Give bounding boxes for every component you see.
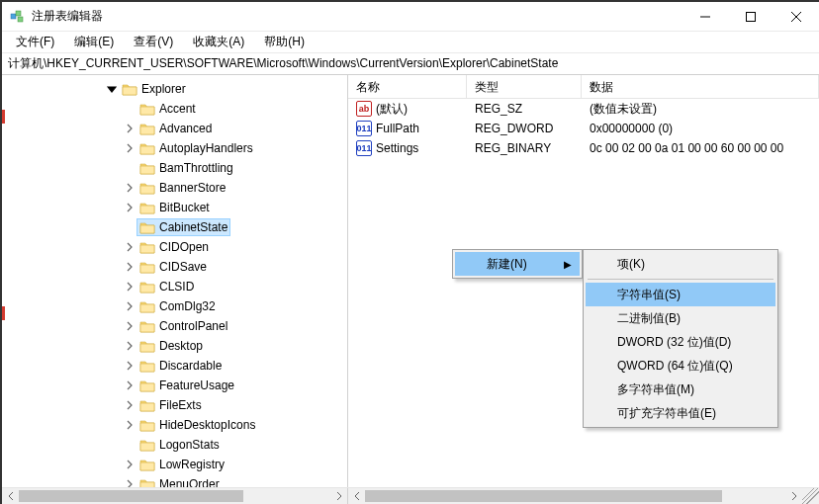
tree-item[interactable]: ComDlg32 (2, 296, 347, 316)
context-menu-item-label: QWORD (64 位)值(Q) (617, 358, 733, 375)
value-row[interactable]: 011FullPathREG_DWORD0x00000000 (0) (348, 119, 819, 138)
scrollbar-track[interactable] (19, 488, 330, 504)
chevron-right-icon[interactable] (123, 398, 136, 412)
chevron-right-icon[interactable] (123, 280, 136, 294)
context-menu-item-label: 可扩充字符串值(E) (617, 405, 716, 422)
chevron-right-icon[interactable] (123, 102, 136, 116)
tree-item[interactable]: LowRegistry (2, 455, 347, 474)
tree-item-label: ComDlg32 (159, 299, 216, 313)
tree-item[interactable]: FileExts (2, 395, 347, 415)
tree-hscrollbar[interactable] (2, 488, 348, 504)
chevron-right-icon[interactable] (123, 260, 136, 274)
column-header-type[interactable]: 类型 (467, 75, 582, 98)
menu-edit[interactable]: 编辑(E) (64, 32, 124, 52)
submenu-arrow-icon: ▶ (564, 259, 572, 270)
tree-item-label: HideDesktopIcons (159, 418, 255, 432)
tree-item[interactable]: HideDesktopIcons (2, 415, 347, 435)
tree-item[interactable]: LogonStats (2, 435, 347, 455)
address-bar[interactable]: 计算机\HKEY_CURRENT_USER\SOFTWARE\Microsoft… (2, 53, 819, 75)
chevron-right-icon[interactable] (123, 458, 136, 471)
chevron-right-icon[interactable] (123, 181, 136, 195)
menu-help[interactable]: 帮助(H) (254, 32, 315, 52)
tree-item-label: BitBucket (159, 201, 210, 214)
titlebar: 注册表编辑器 (2, 2, 819, 32)
scroll-left-button[interactable] (2, 488, 19, 505)
context-menu-item[interactable]: 多字符串值(M) (586, 378, 775, 401)
folder-icon (122, 82, 137, 96)
scrollbar-thumb[interactable] (19, 490, 243, 502)
tree-item[interactable]: BannerStore (2, 178, 347, 198)
tree-item[interactable]: Accent (2, 99, 347, 119)
values-hscrollbar[interactable] (348, 488, 819, 504)
chevron-down-icon[interactable] (105, 82, 119, 96)
menu-view[interactable]: 查看(V) (124, 32, 183, 52)
scroll-left-button[interactable] (348, 488, 365, 505)
minimize-button[interactable] (682, 2, 728, 31)
scrollbar-thumb[interactable] (365, 490, 722, 502)
chevron-right-icon[interactable] (123, 359, 136, 373)
context-menu-item[interactable]: DWORD (32 位)值(D) (586, 330, 775, 354)
tree-item[interactable]: Advanced (2, 119, 347, 138)
menu-favorites[interactable]: 收藏夹(A) (183, 32, 254, 52)
value-data: 0x00000000 (0) (590, 122, 673, 135)
chevron-right-icon[interactable] (123, 161, 136, 175)
tree-item[interactable]: MenuOrder (2, 474, 347, 487)
context-menu-item[interactable]: 字符串值(S) (586, 283, 775, 306)
window-controls (682, 2, 819, 31)
value-type: REG_BINARY (475, 141, 551, 155)
chevron-right-icon[interactable] (123, 240, 136, 254)
folder-icon (139, 438, 155, 452)
main-split: ExplorerAccentAdvancedAutoplayHandlersBa… (2, 75, 819, 487)
menu-separator (588, 279, 774, 280)
tree-item[interactable]: CabinetState (2, 217, 347, 237)
values-list[interactable]: ab(默认)REG_SZ(数值未设置)011FullPathREG_DWORD0… (348, 99, 819, 158)
binary-value-icon: 011 (356, 140, 372, 156)
context-menu-item[interactable]: 可扩充字符串值(E) (586, 401, 775, 425)
chevron-right-icon[interactable] (123, 438, 136, 452)
chevron-right-icon[interactable] (123, 201, 136, 214)
context-menu-item[interactable]: 项(K) (586, 252, 775, 276)
column-header-data[interactable]: 数据 (582, 75, 819, 98)
value-row[interactable]: 011SettingsREG_BINARY0c 00 02 00 0a 01 0… (348, 138, 819, 158)
chevron-right-icon[interactable] (123, 418, 136, 432)
registry-tree[interactable]: ExplorerAccentAdvancedAutoplayHandlersBa… (2, 75, 347, 487)
tree-item-explorer[interactable]: Explorer (2, 79, 347, 99)
tree-item[interactable]: BamThrottling (2, 158, 347, 178)
tree-item[interactable]: AutoplayHandlers (2, 138, 347, 158)
tree-item[interactable]: ControlPanel (2, 316, 347, 336)
context-menu-item-new[interactable]: 新建(N) ▶ (455, 252, 580, 276)
chevron-right-icon[interactable] (123, 339, 136, 353)
chevron-right-icon[interactable] (123, 477, 136, 487)
chevron-right-icon[interactable] (123, 319, 136, 333)
tree-item[interactable]: BitBucket (2, 198, 347, 217)
chevron-right-icon[interactable] (123, 141, 136, 155)
chevron-right-icon[interactable] (123, 122, 136, 135)
chevron-right-icon[interactable] (123, 378, 136, 392)
tree-item[interactable]: CIDSave (2, 257, 347, 277)
binary-value-icon: 011 (356, 121, 372, 136)
tree-item[interactable]: Discardable (2, 356, 347, 376)
menu-file[interactable]: 文件(F) (6, 32, 64, 52)
context-menu-item-label: 二进制值(B) (617, 310, 681, 327)
maximize-button[interactable] (728, 2, 774, 31)
value-row[interactable]: ab(默认)REG_SZ(数值未设置) (348, 99, 819, 119)
close-button[interactable] (774, 2, 819, 31)
context-menu-item[interactable]: 二进制值(B) (586, 306, 775, 330)
tree-item-label: FeatureUsage (159, 378, 234, 392)
scroll-right-button[interactable] (330, 488, 347, 505)
column-header-name[interactable]: 名称 (348, 75, 467, 98)
resize-grip[interactable] (802, 488, 819, 505)
tree-item-label: Advanced (159, 122, 212, 135)
chevron-right-icon[interactable] (123, 220, 136, 234)
tree-item[interactable]: Desktop (2, 336, 347, 356)
tree-item-label: MenuOrder (159, 477, 220, 487)
tree-item[interactable]: FeatureUsage (2, 376, 347, 395)
tree-item[interactable]: CLSID (2, 277, 347, 296)
scrollbar-track[interactable] (365, 488, 785, 504)
context-menu-item[interactable]: QWORD (64 位)值(Q) (586, 354, 775, 378)
folder-icon (139, 319, 155, 333)
scroll-right-button[interactable] (785, 488, 802, 505)
tree-item[interactable]: CIDOpen (2, 237, 347, 257)
chevron-right-icon[interactable] (123, 299, 136, 313)
tree-item-label: CLSID (159, 280, 194, 294)
